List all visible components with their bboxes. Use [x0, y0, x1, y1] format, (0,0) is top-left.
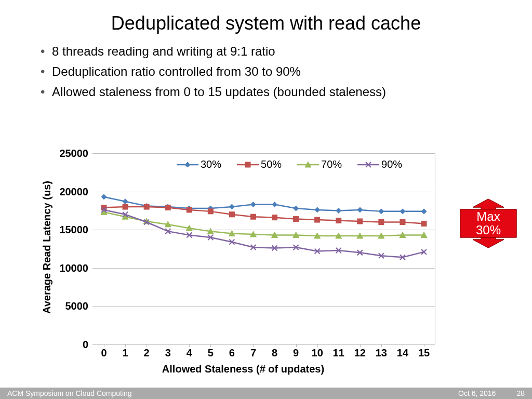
legend-item: 50%: [236, 158, 282, 170]
data-marker: [421, 221, 427, 226]
data-marker: [294, 206, 299, 211]
data-marker: [250, 202, 256, 207]
footer-page: 28: [516, 389, 525, 397]
y-tick-label: 5000: [65, 300, 89, 312]
data-marker: [336, 208, 341, 213]
legend-swatch-icon: [356, 160, 380, 169]
legend-label: 30%: [201, 158, 221, 170]
legend-item: 90%: [356, 158, 402, 170]
bullet-list: 8 threads reading and writing at 9:1 rat…: [0, 39, 532, 101]
page-title: Deduplicated system with read cache: [0, 0, 532, 39]
x-tick-label: 7: [250, 347, 256, 359]
data-marker: [400, 209, 405, 214]
x-tick-label: 0: [101, 347, 107, 359]
gridline: [92, 268, 435, 269]
legend-swatch-icon: [236, 160, 260, 169]
data-marker: [165, 205, 170, 210]
data-marker: [123, 204, 128, 209]
annotation-line2: 30%: [476, 223, 501, 237]
chart: Average Read Latency (us) Allowed Stalen…: [35, 143, 451, 377]
bullet-item: Deduplication ratio controlled from 30 t…: [52, 63, 490, 81]
x-axis-label: Allowed Staleness (# of updates): [162, 363, 324, 375]
data-marker: [315, 217, 320, 222]
data-marker: [187, 207, 192, 212]
legend: 30%50%70%90%: [176, 158, 402, 170]
x-tick-label: 2: [144, 347, 150, 359]
legend-item: 30%: [176, 158, 221, 170]
series-line: [104, 197, 424, 211]
data-marker: [379, 209, 384, 214]
y-tick-label: 25000: [59, 148, 88, 159]
y-tick-label: 10000: [59, 262, 88, 274]
data-marker: [336, 218, 341, 223]
data-marker: [101, 194, 107, 200]
x-tick-label: 3: [165, 347, 171, 359]
series-line: [104, 207, 424, 223]
y-axis-label: Average Read Latency (us): [41, 181, 53, 314]
y-tick-label: 20000: [59, 185, 88, 197]
legend-swatch-icon: [176, 160, 200, 169]
data-marker: [315, 207, 320, 212]
x-tick-label: 15: [418, 347, 430, 359]
data-marker: [421, 209, 427, 214]
gridline: [92, 230, 435, 230]
data-marker: [144, 204, 149, 209]
y-tick-label: 0: [83, 339, 88, 351]
data-marker: [400, 219, 405, 224]
data-marker: [123, 199, 128, 204]
data-marker: [357, 219, 363, 224]
legend-swatch-icon: [296, 160, 320, 169]
x-tick-label: 6: [229, 347, 235, 359]
footer-venue: ACM Symposium on Cloud Computing: [7, 389, 132, 397]
x-tick-label: 14: [397, 347, 408, 359]
gridline: [92, 153, 435, 154]
x-tick-label: 9: [293, 347, 299, 359]
max-annotation: Max 30%: [454, 199, 523, 248]
x-tick-label: 1: [123, 347, 128, 359]
plot-svg: [92, 153, 435, 344]
data-marker: [379, 219, 384, 224]
x-tick-label: 12: [354, 347, 366, 359]
gridline: [92, 192, 435, 192]
gridline: [92, 306, 435, 307]
bullet-item: Allowed staleness from 0 to 15 updates (…: [52, 83, 490, 101]
data-marker: [294, 217, 299, 222]
svg-rect-34: [245, 162, 250, 167]
legend-item: 70%: [296, 158, 342, 170]
y-tick-label: 15000: [59, 224, 88, 236]
bullet-item: 8 threads reading and writing at 9:1 rat…: [52, 43, 490, 61]
data-marker: [229, 204, 234, 209]
data-marker: [272, 215, 277, 220]
data-marker: [229, 212, 234, 217]
annotation-line1: Max: [476, 210, 501, 223]
x-tick-label: 8: [272, 347, 277, 359]
x-tick-label: 5: [208, 347, 214, 359]
x-tick-label: 11: [333, 347, 344, 359]
data-marker: [250, 214, 256, 219]
data-marker: [357, 207, 363, 212]
plot-area: 30%50%70%90% 050001000015000200002500001…: [92, 153, 435, 344]
gridline: [92, 344, 435, 345]
legend-label: 50%: [261, 158, 282, 170]
x-tick-label: 13: [376, 347, 387, 359]
x-tick-label: 10: [312, 347, 323, 359]
x-tick-label: 4: [187, 347, 192, 359]
data-marker: [272, 202, 277, 207]
legend-label: 90%: [381, 158, 402, 170]
footer-date: Oct 6, 2016: [458, 389, 496, 397]
footer: ACM Symposium on Cloud Computing Oct 6, …: [0, 388, 532, 399]
data-marker: [208, 209, 213, 214]
legend-label: 70%: [321, 158, 342, 170]
